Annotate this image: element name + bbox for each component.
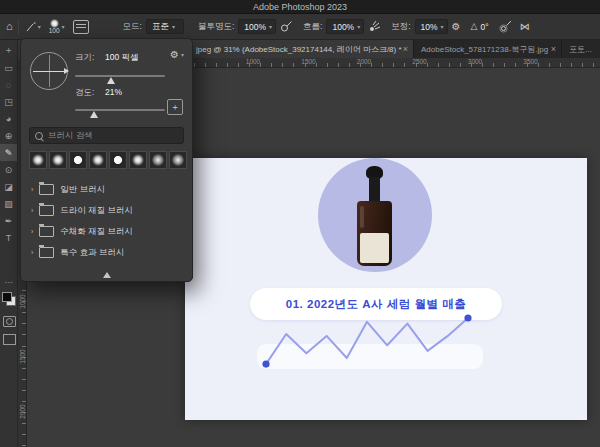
new-brush-preset-button[interactable]: ＋ <box>167 99 183 115</box>
caret-down-icon: ▾ <box>172 24 175 30</box>
brush-tool[interactable]: ✎ <box>0 144 17 161</box>
opacity-pressure-toggle[interactable] <box>280 20 293 33</box>
brush-preset-thumbnail[interactable] <box>29 151 47 169</box>
chart-point <box>464 314 471 321</box>
brush-preset-popup: 크기: 100 픽셀 ⚙ ▾ 경도: 21% ＋ 브러시 검색 ›일반 브러시›… <box>20 38 193 282</box>
chevron-right-icon[interactable]: › <box>31 228 33 235</box>
brush-group-row[interactable]: ›특수 효과 브러시 <box>21 242 192 263</box>
home-icon[interactable]: ⌂ <box>6 21 13 32</box>
flow-select[interactable]: 100% ▾ <box>326 19 364 34</box>
hardness-label: 경도: <box>75 87 94 99</box>
size-slider[interactable] <box>75 75 165 77</box>
document-tab-title: AdobeStock_578171238-복구됨.jpg <box>415 44 548 55</box>
blend-mode-select[interactable]: 표준 ▾ <box>146 19 184 34</box>
brush-settings-panel-toggle[interactable] <box>73 20 89 34</box>
caret-down-icon: ▾ <box>441 24 444 30</box>
brush-group-row[interactable]: ›일반 브러시 <box>21 179 192 200</box>
brush-angle-icon: △ <box>471 22 478 31</box>
hardness-slider[interactable] <box>75 109 165 111</box>
eraser-tool[interactable]: ◪ <box>0 178 17 195</box>
folder-icon <box>39 226 54 237</box>
ruler-label: 3000 <box>465 58 485 65</box>
paint-symmetry-icon[interactable]: ⋈ <box>520 22 530 32</box>
brush-group-row[interactable]: ›드라이 재질 브러시 <box>21 200 192 221</box>
toolbar-more-icon[interactable]: ⋯ <box>0 278 17 287</box>
document-tab[interactable]: 포토... <box>563 40 600 58</box>
brush-preset-thumbnail[interactable] <box>169 151 187 169</box>
ruler-label: 2000 <box>19 402 26 422</box>
dropper-cap <box>369 177 380 202</box>
hardness-slider-thumb[interactable] <box>90 111 98 118</box>
marquee-tool[interactable]: ▭ <box>0 59 17 76</box>
tool-preset-brush-icon[interactable] <box>24 20 37 33</box>
brush-preset-thumbnail[interactable] <box>89 151 107 169</box>
brush-preset-thumbnail[interactable] <box>69 151 87 169</box>
size-label: 크기: <box>75 52 94 64</box>
brush-options-gear-icon[interactable]: ⚙ ▾ <box>170 49 184 60</box>
document-canvas[interactable]: 01. 2022년도 A사 세럼 월별 매출 <box>185 158 587 420</box>
brush-size-picker[interactable]: 100 <box>49 19 60 35</box>
close-icon[interactable]: × <box>551 45 556 54</box>
screen-mode-icon[interactable] <box>3 334 16 345</box>
ruler-label: 1500 <box>299 58 319 65</box>
size-pressure-toggle[interactable] <box>499 20 512 33</box>
photoshop-window: Adobe Photoshop 2023 ⌂ ▾ 100 ▾ 모드: 표준 ▾ … <box>0 0 600 447</box>
caret-down-icon: ▾ <box>181 52 184 58</box>
move-tool[interactable]: ＋ <box>0 42 17 59</box>
brush-group-label: 특수 효과 브러시 <box>60 247 124 259</box>
document-tab-title: 포토... <box>563 44 592 55</box>
brush-preset-thumbnail[interactable] <box>109 151 127 169</box>
chevron-right-icon[interactable]: › <box>31 207 33 214</box>
brush-search-input[interactable]: 브러시 검색 <box>29 127 184 144</box>
quick-mask-icon[interactable] <box>3 316 16 327</box>
size-value[interactable]: 100 픽셀 <box>105 52 139 64</box>
opacity-select[interactable]: 100% ▾ <box>238 19 276 34</box>
chevron-right-icon[interactable]: › <box>31 186 33 193</box>
smoothing-select[interactable]: 10% ▾ <box>415 19 448 34</box>
brush-angle-value[interactable]: 0° <box>481 22 489 32</box>
healing-tool[interactable]: ⊕ <box>0 127 17 144</box>
options-bar: ⌂ ▾ 100 ▾ 모드: 표준 ▾ 불투명도: 100% ▾ <box>0 14 600 40</box>
chevron-right-icon[interactable]: › <box>31 249 33 256</box>
opacity-label: 불투명도: <box>198 21 234 33</box>
hardness-value[interactable]: 21% <box>105 87 122 97</box>
brush-icon <box>24 20 37 33</box>
close-icon[interactable]: × <box>403 45 408 54</box>
folder-icon <box>39 247 54 258</box>
lasso-tool[interactable]: ◌ <box>0 76 17 93</box>
brush-preset-thumbnail[interactable] <box>129 151 147 169</box>
crop-tool[interactable]: ◳ <box>0 93 17 110</box>
smoothing-options-gear-icon[interactable]: ⚙ <box>452 22 461 32</box>
brush-preset-thumbnail[interactable] <box>149 151 167 169</box>
foreground-color-swatch[interactable] <box>2 292 12 302</box>
brush-group-row[interactable]: ›수채화 재질 브러시 <box>21 221 192 242</box>
flow-label: 흐름: <box>303 21 322 33</box>
blend-mode-label: 모드: <box>123 21 142 33</box>
pen-pressure-size-icon <box>499 20 512 33</box>
airbrush-toggle[interactable] <box>368 20 381 33</box>
eyedropper-tool[interactable]: ◕ <box>0 110 17 127</box>
color-swatches[interactable] <box>2 292 16 306</box>
app-title: Adobe Photoshop 2023 <box>253 2 347 12</box>
ruler-label: 1500 <box>19 347 26 367</box>
brush-group-label: 드라이 재질 브러시 <box>60 205 133 217</box>
sales-line <box>266 318 468 364</box>
ruler-label: 2500 <box>410 58 430 65</box>
gradient-tool[interactable]: ▨ <box>0 195 17 212</box>
divider <box>18 19 19 35</box>
window-titlebar: Adobe Photoshop 2023 <box>0 0 600 14</box>
type-tool[interactable]: T <box>0 229 17 246</box>
caret-down-icon: ▾ <box>38 24 41 30</box>
brush-group-list: ›일반 브러시›드라이 재질 브러시›수채화 재질 브러시›특수 효과 브러시 <box>21 179 192 263</box>
pen-tool[interactable]: ✒ <box>0 212 17 229</box>
popup-resize-handle[interactable] <box>103 272 111 278</box>
ruler-label: 2000 <box>354 58 374 65</box>
brush-preset-thumbnail[interactable] <box>49 151 67 169</box>
ruler-label: 1000 <box>243 58 263 65</box>
brush-angle-dial[interactable] <box>30 52 68 90</box>
caret-down-icon: ▾ <box>269 24 272 30</box>
document-tab[interactable]: AdobeStock_578171238-복구됨.jpg × <box>415 40 562 58</box>
clone-stamp-tool[interactable]: ⊙ <box>0 161 17 178</box>
search-icon <box>35 132 43 140</box>
size-slider-thumb[interactable] <box>107 77 115 84</box>
